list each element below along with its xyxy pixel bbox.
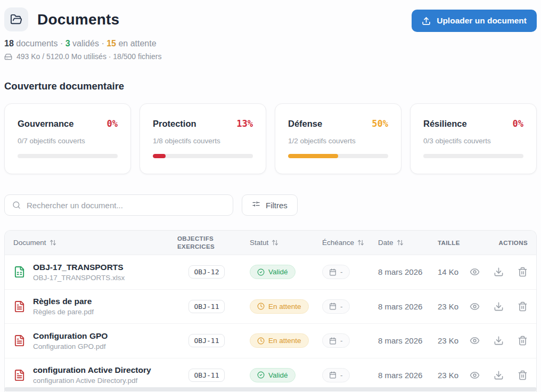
sort-icon[interactable] xyxy=(397,239,404,246)
due-date-value: - xyxy=(340,371,343,379)
sort-icon[interactable] xyxy=(272,239,278,246)
coverage-card: Résilience0%0/3 objectifs couverts xyxy=(410,103,537,174)
coverage-progress-fill xyxy=(153,154,166,158)
documents-table: Document OBJECTIFS EXERCICES Statut Éché… xyxy=(4,230,537,392)
check-circle-icon xyxy=(257,371,265,379)
search-icon xyxy=(12,201,21,209)
document-filename: OBJ-17_TRANSPORTS.xlsx xyxy=(33,274,125,282)
folder-open-icon xyxy=(4,7,28,31)
column-header-objectifs: OBJECTIFS EXERCICES xyxy=(177,235,221,251)
document-size: 23 Ko xyxy=(429,302,469,311)
upload-document-button[interactable]: Uploader un document xyxy=(412,10,537,32)
status-badge: En attente xyxy=(250,333,309,348)
file-spreadsheet-icon xyxy=(13,266,26,278)
status-label: En attente xyxy=(268,303,301,311)
table-row[interactable]: OBJ-17_TRANSPORTSOBJ-17_TRANSPORTS.xlsxO… xyxy=(5,255,536,290)
calendar-icon xyxy=(329,337,337,345)
coverage-card-title: Gouvernance xyxy=(18,119,73,129)
coverage-progress-fill xyxy=(288,154,338,158)
coverage-card: Protection13%1/8 objectifs couverts xyxy=(140,103,266,174)
view-button[interactable] xyxy=(470,370,480,380)
due-date-badge: - xyxy=(322,265,350,279)
status-badge: En attente xyxy=(250,299,309,314)
status-badge: Validé xyxy=(250,265,296,279)
column-header-statut[interactable]: Statut xyxy=(236,239,310,247)
toolbar: Filtres xyxy=(4,194,537,216)
check-circle-icon xyxy=(257,268,265,276)
due-date-value: - xyxy=(340,337,343,345)
view-button[interactable] xyxy=(470,301,480,312)
clock-icon xyxy=(257,337,265,345)
status-label: Validé xyxy=(268,371,288,379)
page-title: Documents xyxy=(37,11,119,28)
download-button[interactable] xyxy=(494,301,504,312)
validated-count: 3 xyxy=(65,39,70,48)
document-filename: configuration Active Directory.pdf xyxy=(33,377,151,385)
search-box[interactable] xyxy=(4,194,233,216)
coverage-heading: Couverture documentaire xyxy=(4,80,537,92)
delete-button[interactable] xyxy=(518,370,528,380)
upload-button-label: Uploader un document xyxy=(437,16,527,26)
download-button[interactable] xyxy=(494,370,504,380)
table-header-row: Document OBJECTIFS EXERCICES Statut Éché… xyxy=(5,231,536,255)
status-label: En attente xyxy=(268,337,301,345)
coverage-card-title: Défense xyxy=(288,119,322,129)
document-date: 8 mars 2026 xyxy=(366,302,429,311)
column-header-actions: ACTIONS xyxy=(469,240,528,246)
download-button[interactable] xyxy=(494,267,504,277)
status-badge: Validé xyxy=(250,368,296,382)
due-date-value: - xyxy=(340,268,343,276)
total-count: 18 xyxy=(4,39,14,48)
table-row[interactable]: Configuration GPOConfiguration GPO.pdfOB… xyxy=(5,324,536,358)
objectif-badge: OBJ-11 xyxy=(188,300,225,313)
filters-button[interactable]: Filtres xyxy=(242,194,298,216)
objectif-badge: OBJ-12 xyxy=(188,265,225,279)
due-date-badge: - xyxy=(322,299,350,314)
calendar-icon xyxy=(329,371,337,379)
download-button[interactable] xyxy=(494,336,504,346)
delete-button[interactable] xyxy=(518,336,528,346)
upload-icon xyxy=(422,17,431,26)
status-label: Validé xyxy=(268,268,288,276)
filters-label: Filtres xyxy=(266,201,288,210)
file-pdf-icon xyxy=(13,369,26,381)
search-input[interactable] xyxy=(27,201,225,210)
document-title: Configuration GPO xyxy=(33,331,108,341)
objectif-badge: OBJ-11 xyxy=(188,369,225,382)
coverage-percent: 50% xyxy=(372,118,388,129)
calendar-icon xyxy=(329,303,337,310)
coverage-card-title: Protection xyxy=(153,119,196,129)
column-header-echeance[interactable]: Échéance xyxy=(310,239,366,247)
coverage-detail: 0/7 objectifs couverts xyxy=(18,137,118,145)
coverage-card-title: Résilience xyxy=(423,119,467,129)
coverage-card: Gouvernance0%0/7 objectifs couverts xyxy=(4,103,131,174)
coverage-percent: 13% xyxy=(236,118,253,129)
due-date-badge: - xyxy=(322,333,350,348)
column-header-document[interactable]: Document xyxy=(13,239,177,247)
sliders-icon xyxy=(252,201,260,209)
view-button[interactable] xyxy=(470,336,480,346)
clock-icon xyxy=(257,303,265,310)
coverage-progress-bar xyxy=(18,154,118,158)
sort-icon[interactable] xyxy=(50,239,56,246)
coverage-progress-bar xyxy=(423,154,523,158)
validated-label: validés xyxy=(72,39,99,48)
coverage-detail: 1/8 objectifs couverts xyxy=(153,137,253,145)
pending-count: 15 xyxy=(106,39,116,48)
view-button[interactable] xyxy=(470,267,480,277)
table-row[interactable]: Règles de pareRègles de pare.pdfOBJ-11En… xyxy=(5,290,536,324)
document-size: 23 Ko xyxy=(429,371,469,380)
coverage-percent: 0% xyxy=(107,118,118,129)
sort-icon[interactable] xyxy=(357,239,364,246)
coverage-progress-bar xyxy=(153,154,253,158)
document-filename: Configuration GPO.pdf xyxy=(33,342,108,350)
pending-label: en attente xyxy=(118,39,156,48)
total-label: documents xyxy=(16,39,58,48)
calendar-icon xyxy=(329,268,337,276)
column-header-date[interactable]: Date xyxy=(366,239,429,247)
horizontal-scrollbar[interactable] xyxy=(4,387,537,391)
document-size: 14 Ko xyxy=(429,267,469,276)
delete-button[interactable] xyxy=(518,267,528,277)
delete-button[interactable] xyxy=(518,301,528,312)
coverage-detail: 0/3 objectifs couverts xyxy=(423,137,523,145)
